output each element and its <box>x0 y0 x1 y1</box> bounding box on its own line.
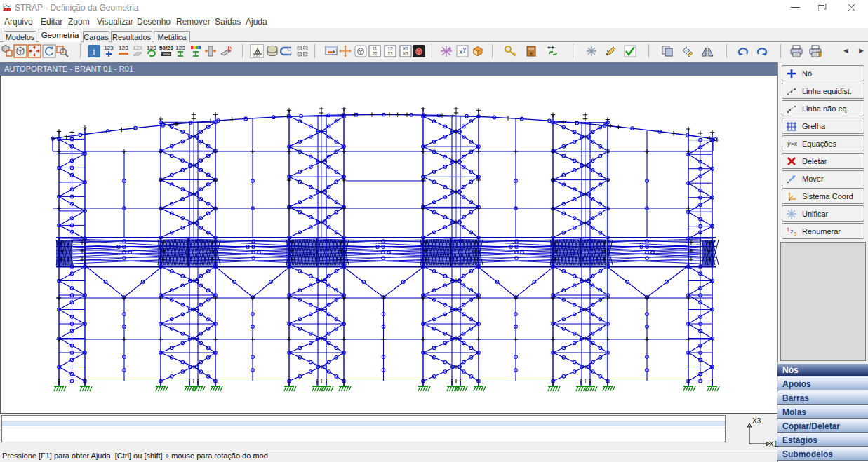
svg-text:23: 23 <box>387 51 393 56</box>
svg-text:123: 123 <box>104 45 114 51</box>
svg-text:50/20: 50/20 <box>159 45 173 51</box>
svg-text:y: y <box>463 46 467 53</box>
svg-text:++: ++ <box>547 44 555 51</box>
svg-text:X1: X1 <box>403 46 408 51</box>
svg-text:11: 11 <box>373 46 378 51</box>
svg-text:22: 22 <box>372 51 378 56</box>
svg-text:y=x: y=x <box>787 140 797 147</box>
svg-text:12: 12 <box>387 46 393 51</box>
svg-text:999: 999 <box>163 52 171 56</box>
svg-text:X3: X3 <box>752 417 761 425</box>
svg-text:123: 123 <box>175 45 185 51</box>
svg-text:3: 3 <box>794 231 797 237</box>
svg-text:X3: X3 <box>403 51 408 56</box>
svg-text:123: 123 <box>133 45 142 51</box>
svg-text:123: 123 <box>119 45 128 51</box>
svg-text:X1: X1 <box>769 440 777 448</box>
